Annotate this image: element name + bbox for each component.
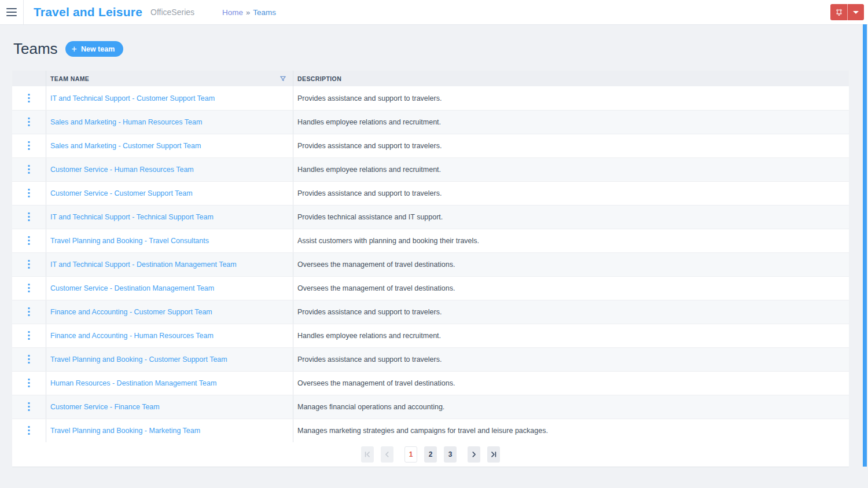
row-description-cell: Oversees the management of travel destin… — [293, 372, 849, 395]
pagination-page-1[interactable]: 1 — [404, 446, 417, 463]
team-description: Provides technical assistance and IT sup… — [297, 213, 443, 221]
row-description-cell: Provides assistance and support to trave… — [293, 348, 849, 371]
row-actions-cell — [12, 395, 46, 419]
row-kebab-menu-button[interactable] — [25, 139, 32, 153]
team-description: Provides assistance and support to trave… — [297, 189, 442, 197]
row-team-name-cell: Travel Planning and Booking - Marketing … — [46, 419, 293, 442]
team-name-link[interactable]: IT and Technical Support - Destination M… — [50, 260, 237, 269]
table-row: Customer Service - Customer Support Team… — [12, 181, 849, 205]
team-name-link[interactable]: Travel Planning and Booking - Customer S… — [50, 355, 227, 364]
row-description-cell: Provides assistance and support to trave… — [293, 86, 849, 110]
table-row: Travel Planning and Booking - Customer S… — [12, 347, 849, 371]
row-kebab-menu-button[interactable] — [25, 353, 32, 366]
notifications-button[interactable] — [830, 4, 848, 20]
row-description-cell: Provides assistance and support to trave… — [293, 300, 849, 324]
row-description-cell: Oversees the management of travel destin… — [293, 253, 849, 276]
table-header-team-name: TEAM NAME — [46, 71, 293, 86]
row-kebab-menu-button[interactable] — [25, 329, 32, 343]
row-actions-cell — [12, 229, 46, 252]
row-kebab-menu-button[interactable] — [25, 91, 32, 105]
row-actions-cell — [12, 277, 46, 300]
table-body: IT and Technical Support - Customer Supp… — [12, 86, 849, 442]
row-team-name-cell: IT and Technical Support - Destination M… — [46, 253, 293, 276]
team-name-link[interactable]: Travel Planning and Booking - Travel Con… — [50, 237, 209, 245]
team-name-link[interactable]: Customer Service - Destination Managemen… — [50, 284, 214, 292]
kebab-icon — [28, 284, 30, 293]
row-description-cell: Provides assistance and support to trave… — [293, 134, 849, 157]
row-kebab-menu-button[interactable] — [25, 424, 32, 438]
table-header-description: DESCRIPTION — [293, 71, 849, 86]
column-label-description: DESCRIPTION — [297, 75, 341, 82]
team-name-link[interactable]: IT and Technical Support - Customer Supp… — [50, 94, 215, 102]
team-name-link[interactable]: Sales and Marketing - Customer Support T… — [50, 142, 201, 150]
row-actions-cell — [12, 182, 46, 205]
table-row: Customer Service - Human Resources Team … — [12, 157, 849, 181]
kebab-icon — [28, 212, 30, 222]
row-actions-cell — [12, 86, 46, 110]
kebab-icon — [28, 118, 30, 127]
column-label-team-name: TEAM NAME — [50, 75, 89, 82]
pagination-prev-button[interactable] — [381, 446, 393, 463]
pagination-next-button[interactable] — [468, 446, 480, 463]
team-name-link[interactable]: Finance and Accounting - Customer Suppor… — [50, 308, 212, 316]
row-actions-cell — [12, 253, 46, 276]
hamburger-menu-icon[interactable] — [0, 0, 23, 24]
pagination-page-2[interactable]: 2 — [424, 446, 437, 463]
pagination: 1 2 3 — [12, 442, 849, 467]
row-kebab-menu-button[interactable] — [25, 115, 32, 129]
row-actions-cell — [12, 372, 46, 395]
row-kebab-menu-button[interactable] — [25, 281, 32, 295]
row-description-cell: Oversees the management of travel destin… — [293, 277, 849, 300]
kebab-icon — [28, 307, 30, 317]
row-kebab-menu-button[interactable] — [25, 400, 32, 414]
app-subtitle: OfficeSeries — [150, 8, 194, 17]
scrollbar-thumb[interactable] — [863, 24, 867, 467]
kebab-icon — [28, 355, 30, 364]
row-team-name-cell: Sales and Marketing - Human Resources Te… — [46, 111, 293, 134]
kebab-icon — [28, 165, 30, 174]
team-name-link[interactable]: Finance and Accounting - Human Resources… — [50, 332, 214, 340]
team-name-link[interactable]: Customer Service - Finance Team — [50, 403, 160, 411]
table-row: Sales and Marketing - Human Resources Te… — [12, 110, 849, 134]
breadcrumb-current-teams[interactable]: Teams — [253, 8, 276, 17]
row-kebab-menu-button[interactable] — [25, 376, 32, 390]
kebab-icon — [28, 402, 30, 412]
row-kebab-menu-button[interactable] — [25, 163, 32, 177]
table-header-row: TEAM NAME DESCRIPTION — [12, 71, 849, 86]
topbar: Travel and Leisure OfficeSeries Home » T… — [0, 0, 868, 25]
row-kebab-menu-button[interactable] — [25, 210, 32, 224]
row-actions-cell — [12, 206, 46, 229]
kebab-icon — [28, 236, 30, 245]
row-description-cell: Handles employee relations and recruitme… — [293, 158, 849, 181]
filter-funnel-icon[interactable] — [279, 75, 286, 82]
topbar-dropdown-button[interactable] — [848, 4, 864, 20]
row-actions-cell — [12, 158, 46, 181]
row-kebab-menu-button[interactable] — [25, 234, 32, 248]
kebab-icon — [28, 426, 30, 435]
row-kebab-menu-button[interactable] — [25, 305, 32, 319]
pagination-first-button[interactable] — [361, 446, 374, 463]
prev-page-icon — [384, 451, 391, 458]
team-name-link[interactable]: Sales and Marketing - Human Resources Te… — [50, 118, 202, 126]
team-name-link[interactable]: Travel Planning and Booking - Marketing … — [50, 427, 200, 435]
row-kebab-menu-button[interactable] — [25, 258, 32, 271]
table-row: Travel Planning and Booking - Travel Con… — [12, 229, 849, 252]
team-name-link[interactable]: Customer Service - Human Resources Team — [50, 166, 194, 174]
row-team-name-cell: Finance and Accounting - Customer Suppor… — [46, 300, 293, 324]
row-team-name-cell: Human Resources - Destination Management… — [46, 372, 293, 395]
breadcrumb-home-link[interactable]: Home — [222, 8, 243, 17]
main-content: Teams + New team TEAM NAME DESCRIPTION — [0, 25, 868, 467]
kebab-icon — [28, 331, 30, 340]
row-kebab-menu-button[interactable] — [25, 186, 32, 200]
new-team-button[interactable]: + New team — [65, 41, 124, 57]
row-team-name-cell: Travel Planning and Booking - Travel Con… — [46, 229, 293, 252]
pagination-last-button[interactable] — [487, 446, 500, 463]
team-name-link[interactable]: Human Resources - Destination Management… — [50, 379, 216, 387]
row-description-cell: Provides assistance and support to trave… — [293, 182, 849, 205]
menu-icon — [6, 8, 17, 16]
table-row: Finance and Accounting - Human Resources… — [12, 324, 849, 347]
team-name-link[interactable]: Customer Service - Customer Support Team — [50, 189, 193, 197]
team-name-link[interactable]: IT and Technical Support - Technical Sup… — [50, 213, 214, 221]
breadcrumb-separator: » — [246, 8, 250, 17]
pagination-page-3[interactable]: 3 — [444, 446, 457, 463]
